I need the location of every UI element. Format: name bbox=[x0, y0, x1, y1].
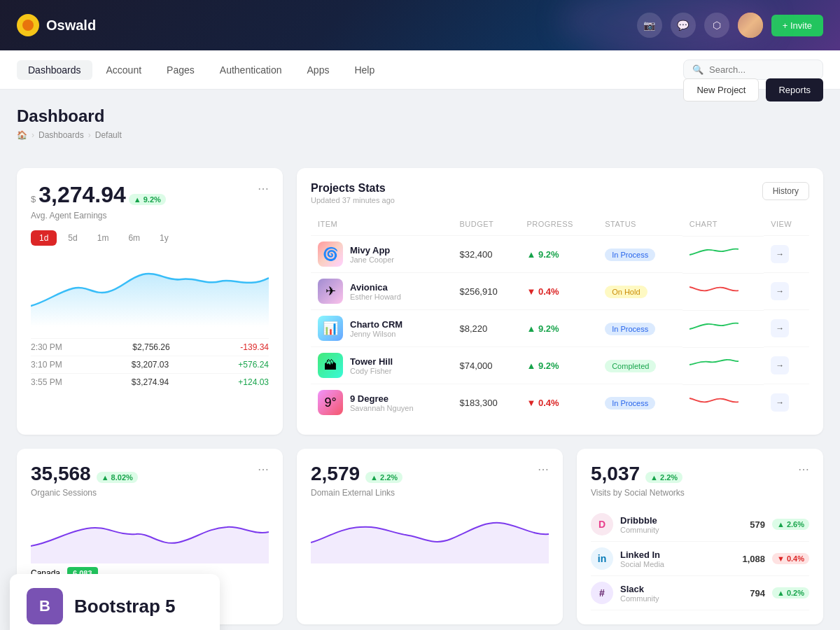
social-type: Community bbox=[620, 594, 659, 603]
project-status: In Process bbox=[605, 248, 655, 261]
page-title: Dashboard bbox=[17, 106, 122, 126]
filter-1y[interactable]: 1y bbox=[151, 230, 177, 246]
project-person: Esther Howard bbox=[350, 293, 401, 301]
project-chart bbox=[682, 236, 764, 267]
project-icon: 📊 bbox=[318, 316, 343, 341]
top-row: ⋯ $ 3,274.94 ▲ 9.2% Avg. Agent Earnings … bbox=[17, 168, 823, 435]
time-filters: 1d 5d 1m 6m 1y bbox=[31, 230, 269, 246]
social-list: D Dribbble Community 579 ▲ 2.6% in Linke… bbox=[591, 507, 809, 610]
project-progress: ▲ 9.2% bbox=[519, 310, 598, 347]
col-budget: BUDGET bbox=[452, 216, 519, 236]
project-budget: $8,220 bbox=[452, 310, 519, 347]
project-view-btn[interactable]: → bbox=[771, 356, 789, 374]
avatar[interactable] bbox=[738, 13, 763, 38]
social-value: 5,037 bbox=[591, 463, 640, 485]
project-progress: ▼ 0.4% bbox=[519, 384, 598, 421]
currency-symbol: $ bbox=[31, 194, 36, 204]
organic-menu-btn[interactable]: ⋯ bbox=[258, 463, 269, 476]
organic-badge: ▲ 8.02% bbox=[97, 472, 138, 483]
project-status: On Hold bbox=[605, 286, 647, 298]
camera-icon[interactable]: 📷 bbox=[637, 13, 662, 38]
table-row: 9° 9 Degree Savannah Nguyen $183,300 ▼ 0… bbox=[311, 384, 809, 421]
tab-authentication[interactable]: Authentication bbox=[209, 60, 293, 80]
social-item: in Linked In Social Media 1,088 ▼ 0.4% bbox=[591, 542, 809, 576]
tab-apps[interactable]: Apps bbox=[296, 60, 341, 80]
social-badge: ▲ 2.2% bbox=[645, 472, 682, 483]
filter-1d[interactable]: 1d bbox=[31, 230, 57, 246]
organic-label: Organic Sessions bbox=[31, 488, 269, 498]
project-person: Savannah Nguyen bbox=[350, 404, 414, 412]
earnings-menu-btn[interactable]: ⋯ bbox=[258, 182, 269, 195]
logo-area: Oswald bbox=[17, 14, 637, 36]
tab-help[interactable]: Help bbox=[343, 60, 386, 80]
page-header: Dashboard 🏠 › Dashboards › Default New P… bbox=[17, 106, 823, 154]
project-person: Cody Fisher bbox=[350, 367, 393, 375]
projects-table: ITEM BUDGET PROGRESS STATUS CHART VIEW 🌀… bbox=[311, 216, 809, 421]
tab-dashboards[interactable]: Dashboards bbox=[17, 60, 92, 80]
domain-menu-btn[interactable]: ⋯ bbox=[538, 463, 549, 476]
search-icon: 🔍 bbox=[692, 64, 704, 75]
social-label: Visits by Social Networks bbox=[591, 488, 809, 498]
table-row: 📊 Charto CRM Jenny Wilson $8,220 ▲ 9.2% … bbox=[311, 310, 809, 347]
organic-value: 35,568 bbox=[31, 463, 91, 485]
project-icon: 🌀 bbox=[318, 241, 343, 267]
reports-button[interactable]: Reports bbox=[766, 78, 823, 102]
organic-chart bbox=[31, 507, 269, 564]
page-title-area: Dashboard 🏠 › Dashboards › Default bbox=[17, 106, 122, 140]
message-icon[interactable]: 💬 bbox=[671, 13, 696, 38]
social-badge: ▼ 0.4% bbox=[772, 553, 809, 564]
project-view-btn[interactable]: → bbox=[771, 282, 789, 300]
data-row: 2:30 PM $2,756.26 -139.34 bbox=[31, 338, 269, 356]
col-view: VIEW bbox=[764, 216, 809, 236]
project-icon: 🏔 bbox=[318, 353, 343, 378]
earnings-chart bbox=[31, 257, 269, 327]
social-count: 794 bbox=[750, 588, 765, 598]
new-project-button[interactable]: New Project bbox=[683, 78, 759, 102]
domain-card: ⋯ 2,579 ▲ 2.2% Domain External Links bbox=[297, 449, 563, 624]
social-item: # Slack Community 794 ▲ 0.2% bbox=[591, 576, 809, 610]
breadcrumb: 🏠 › Dashboards › Default bbox=[17, 130, 122, 140]
social-name: Slack bbox=[620, 584, 659, 594]
project-status: In Process bbox=[605, 397, 655, 410]
search-input[interactable] bbox=[709, 64, 814, 75]
project-name: Mivy App bbox=[350, 245, 394, 255]
col-status: STATUS bbox=[598, 216, 682, 236]
project-budget: $256,910 bbox=[452, 273, 519, 310]
project-name: Charto CRM bbox=[350, 319, 402, 330]
filter-6m[interactable]: 6m bbox=[120, 230, 148, 246]
project-chart bbox=[682, 347, 764, 379]
bootstrap-label: Bootstrap 5 bbox=[74, 596, 175, 617]
social-card: ⋯ 5,037 ▲ 2.2% Visits by Social Networks… bbox=[577, 449, 823, 624]
filter-1m[interactable]: 1m bbox=[89, 230, 118, 246]
share-icon[interactable]: ⬡ bbox=[704, 13, 729, 38]
project-view-btn[interactable]: → bbox=[771, 319, 789, 337]
earnings-subtitle: Avg. Agent Earnings bbox=[31, 211, 269, 220]
data-row: 3:10 PM $3,207.03 +576.24 bbox=[31, 356, 269, 373]
earnings-amount: $ 3,274.94 ▲ 9.2% bbox=[31, 182, 258, 208]
tab-account[interactable]: Account bbox=[95, 60, 153, 80]
history-button[interactable]: History bbox=[762, 182, 809, 200]
projects-title: Projects Stats bbox=[311, 182, 395, 195]
filter-5d[interactable]: 5d bbox=[59, 230, 85, 246]
project-icon: ✈ bbox=[318, 279, 343, 304]
invite-button[interactable]: + Invite bbox=[771, 15, 823, 36]
tab-pages[interactable]: Pages bbox=[155, 60, 206, 80]
social-item: D Dribbble Community 579 ▲ 2.6% bbox=[591, 507, 809, 542]
breadcrumb-dashboards[interactable]: Dashboards bbox=[38, 130, 84, 140]
social-type: Community bbox=[620, 526, 659, 534]
project-chart bbox=[682, 273, 764, 304]
table-row: 🌀 Mivy App Jane Cooper $32,400 ▲ 9.2% In… bbox=[311, 236, 809, 273]
project-name: Avionica bbox=[350, 282, 401, 293]
project-chart bbox=[682, 384, 764, 416]
project-view-btn[interactable]: → bbox=[771, 245, 789, 263]
app-title: Oswald bbox=[46, 18, 96, 34]
social-menu-btn[interactable]: ⋯ bbox=[798, 463, 809, 476]
project-budget: $32,400 bbox=[452, 236, 519, 273]
project-name: Tower Hill bbox=[350, 356, 393, 367]
earnings-value: 3,274.94 bbox=[38, 182, 126, 208]
domain-value: 2,579 bbox=[311, 463, 360, 485]
project-view-btn[interactable]: → bbox=[771, 393, 789, 412]
social-icon: in bbox=[591, 547, 613, 570]
domain-chart bbox=[311, 507, 549, 564]
logo-icon bbox=[17, 14, 39, 36]
